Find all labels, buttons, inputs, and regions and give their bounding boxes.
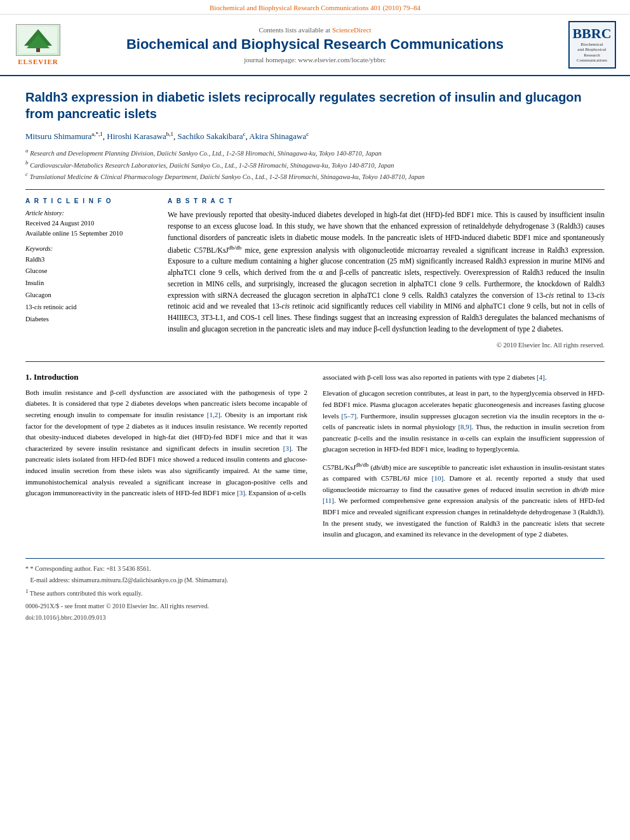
journal-topbar: Biochemical and Biophysical Research Com…: [0, 0, 630, 15]
header-divider: [25, 189, 605, 190]
page-footer: * * Corresponding author. Fax: +81 3 543…: [25, 558, 605, 623]
cite-10: [10]: [432, 474, 443, 482]
elsevier-tree-icon: [16, 24, 60, 56]
body-section: 1. Introduction Both insulin resistance …: [25, 361, 605, 545]
elsevier-logo-left: ELSEVIER: [13, 24, 64, 65]
copyright-line: © 2010 Elsevier Inc. All rights reserved…: [168, 342, 605, 349]
body-two-col: 1. Introduction Both insulin resistance …: [25, 372, 605, 545]
cite-11: [11]: [323, 497, 334, 504]
footer-notes: * * Corresponding author. Fax: +81 3 543…: [25, 564, 605, 599]
keywords-label: Keywords:: [25, 245, 152, 252]
abstract-column: A B S T R A C T We have previously repor…: [168, 197, 605, 349]
contents-availability: Contents lists available at ScienceDirec…: [74, 26, 556, 34]
bbrc-full-name: Biochemicaland BiophysicalResearchCommun…: [577, 42, 607, 63]
footnote-contributed: 1 These authors contributed this work eq…: [25, 587, 605, 599]
cite-4: [4]: [537, 373, 545, 381]
cite-8-9: [8,9]: [458, 423, 471, 430]
info-abstract-section: A R T I C L E I N F O Article history: R…: [25, 197, 605, 349]
affiliations: a Research and Development Planning Divi…: [25, 147, 605, 182]
header-center: Contents lists available at ScienceDirec…: [74, 26, 556, 63]
body-text-right: associated with β-cell loss was also rep…: [323, 372, 605, 540]
body-col-left: 1. Introduction Both insulin resistance …: [25, 372, 307, 545]
elsevier-wordmark: ELSEVIER: [18, 58, 58, 65]
article-info-label: A R T I C L E I N F O: [25, 197, 152, 204]
article-info-column: A R T I C L E I N F O Article history: R…: [25, 197, 152, 349]
article-history: Article history: Received 24 August 2010…: [25, 210, 152, 239]
affiliation-c: c Translational Medicine & Clinical Phar…: [25, 170, 605, 182]
cite-5-7: [5–7]: [341, 412, 356, 420]
keyword-diabetes: Diabetes: [25, 314, 152, 326]
journal-header: ELSEVIER Contents lists available at Sci…: [0, 15, 630, 76]
sciencedirect-link[interactable]: ScienceDirect: [332, 26, 372, 34]
bbrc-logo-area: BBRC Biochemicaland BiophysicalResearchC…: [566, 21, 617, 69]
article-title: Raldh3 expression in diabetic islets rec…: [25, 89, 605, 122]
journal-homepage: journal homepage: www.elsevier.com/locat…: [74, 56, 556, 63]
issn-line: 0006-291X/$ - see front matter © 2010 El…: [25, 601, 605, 611]
footnote-email: E-mail address: shimamura.mitsuru.f2@dai…: [25, 575, 605, 585]
cite-3b: [3]: [237, 489, 245, 497]
authors-line: Mitsuru Shimamuraa,*,1, Hiroshi Karasawa…: [25, 131, 605, 142]
affiliation-b: b Cardiovascular-Metabolics Research Lab…: [25, 159, 605, 170]
cite-1-2: [1,2]: [207, 411, 220, 418]
bbrc-letters: BBRC: [572, 27, 611, 41]
keyword-glucagon: Glucagon: [25, 290, 152, 302]
doi-line: doi:10.1016/j.bbrc.2010.09.013: [25, 613, 605, 623]
journal-title: Biochemical and Biophysical Research Com…: [74, 36, 556, 53]
body-col-right: associated with β-cell loss was also rep…: [323, 372, 605, 545]
abstract-text: We have previously reported that obesity…: [168, 210, 605, 335]
keyword-insulin: Insulin: [25, 277, 152, 290]
keyword-raldh3: Raldh3: [25, 254, 152, 266]
available-date: Available online 15 September 2010: [25, 229, 152, 239]
keyword-glucose: Glucose: [25, 265, 152, 277]
history-label: Article history:: [25, 210, 152, 217]
received-date: Received 24 August 2010: [25, 218, 152, 229]
main-content: Raldh3 expression in diabetic islets rec…: [0, 76, 630, 637]
keywords-list: Raldh3 Glucose Insulin Glucagon 13-cis r…: [25, 254, 152, 326]
bbrc-logo: BBRC Biochemicaland BiophysicalResearchC…: [568, 21, 616, 69]
footnote-corresponding: * * Corresponding author. Fax: +81 3 543…: [25, 564, 605, 574]
abstract-label: A B S T R A C T: [168, 197, 605, 204]
body-text-left: Both insulin resistance and β-cell dysfu…: [25, 387, 307, 499]
affiliation-a: a Research and Development Planning Divi…: [25, 147, 605, 158]
journal-citation: Biochemical and Biophysical Research Com…: [210, 4, 420, 11]
cite-3a: [3]: [283, 444, 292, 452]
intro-heading: 1. Introduction: [25, 372, 307, 382]
keywords-section: Keywords: Raldh3 Glucose Insulin Glucago…: [25, 245, 152, 326]
keyword-retinoic: 13-cis retinoic acid: [25, 302, 152, 314]
